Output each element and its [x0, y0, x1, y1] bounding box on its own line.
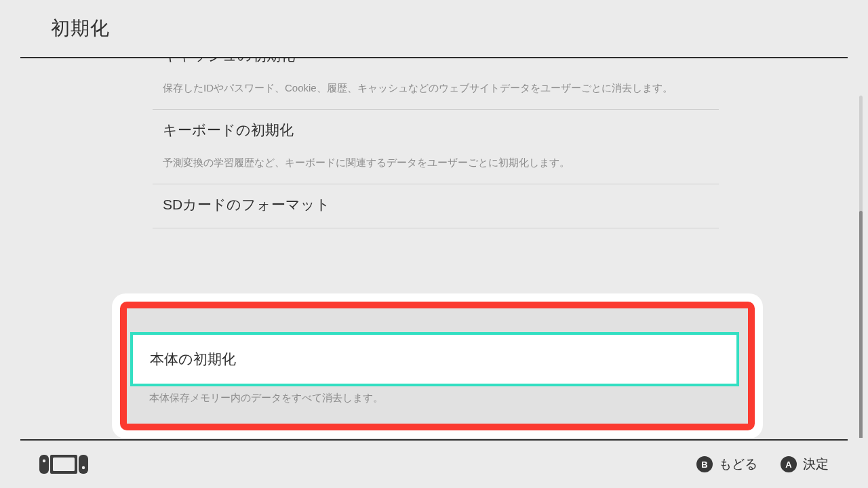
item-cache-desc: 保存したIDやパスワード、Cookie、履歴、キャッシュなどのウェブサイトデータ…: [153, 76, 719, 110]
a-button-icon: A: [781, 456, 797, 472]
footer-bar: B もどる A 決定: [20, 439, 848, 488]
item-factory-reset[interactable]: 本体の初期化: [130, 332, 739, 386]
item-keyboard-reset[interactable]: キーボードの初期化: [153, 110, 719, 150]
content-area: キャッシュの初期化 保存したIDやパスワード、Cookie、履歴、キャッシュなど…: [0, 58, 868, 438]
settings-list: キャッシュの初期化 保存したIDやパスワード、Cookie、履歴、キャッシュなど…: [153, 58, 719, 228]
item-keyboard-desc: 予測変換の学習履歴など、キーボードに関連するデータをユーザーごとに初期化します。: [153, 150, 719, 184]
item-factory-desc: 本体保存メモリー内のデータをすべて消去します。: [149, 392, 726, 405]
footer-actions: B もどる A 決定: [696, 455, 829, 473]
item-sdcard-format[interactable]: SDカードのフォーマット: [153, 184, 719, 228]
controller-icon: [39, 455, 88, 474]
page-title: 初期化: [51, 16, 110, 41]
scrollbar[interactable]: [859, 96, 863, 438]
svg-rect-0: [39, 455, 49, 474]
item-factory-label: 本体の初期化: [150, 350, 236, 369]
svg-point-5: [82, 466, 85, 469]
ok-label: 決定: [803, 455, 829, 473]
back-button[interactable]: B もどる: [696, 455, 757, 473]
scrollbar-thumb[interactable]: [859, 211, 863, 438]
svg-rect-4: [79, 455, 88, 474]
back-label: もどる: [719, 455, 757, 473]
ok-button[interactable]: A 決定: [781, 455, 829, 473]
b-button-icon: B: [696, 456, 713, 472]
svg-point-1: [43, 460, 45, 462]
item-cache-reset[interactable]: キャッシュの初期化: [153, 58, 719, 76]
svg-rect-3: [53, 458, 75, 471]
header: 初期化: [20, 0, 848, 58]
